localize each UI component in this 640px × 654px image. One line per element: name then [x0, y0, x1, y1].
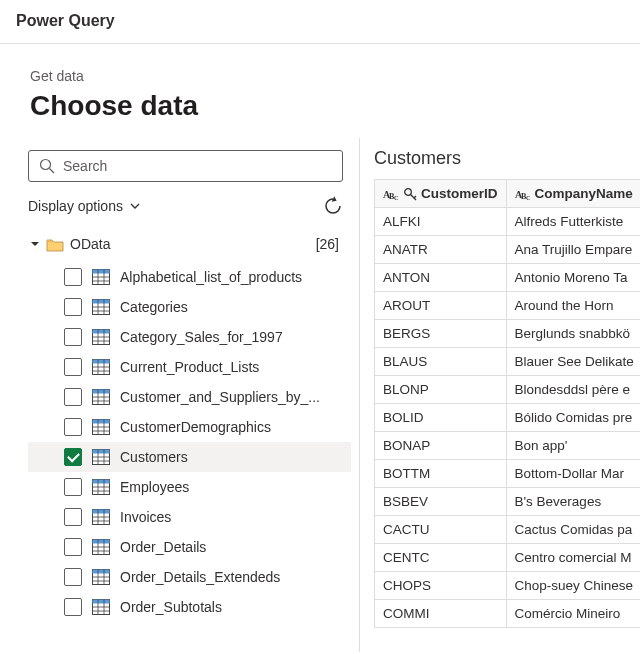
- table-row[interactable]: BOLIDBólido Comidas pre: [375, 404, 641, 432]
- checkbox[interactable]: [64, 328, 82, 346]
- cell-customerid: BERGS: [375, 320, 507, 348]
- table-row[interactable]: BOTTMBottom-Dollar Mar: [375, 460, 641, 488]
- cell-companyname: Comércio Mineiro: [506, 600, 640, 628]
- svg-rect-33: [93, 420, 110, 424]
- table-row[interactable]: ANATRAna Trujillo Empare: [375, 236, 641, 264]
- display-options-dropdown[interactable]: Display options: [28, 198, 141, 214]
- checkbox[interactable]: [64, 298, 82, 316]
- table-row[interactable]: ALFKIAlfreds Futterkiste: [375, 208, 641, 236]
- tree-item-label: Category_Sales_for_1997: [120, 329, 283, 345]
- table-row[interactable]: BSBEVB's Beverages: [375, 488, 641, 516]
- checkbox[interactable]: [64, 268, 82, 286]
- cell-companyname: Cactus Comidas pa: [506, 516, 640, 544]
- navigator-pane: Display options OData [26] Alphabe: [0, 138, 360, 652]
- checkbox[interactable]: [64, 478, 82, 496]
- checkbox[interactable]: [64, 508, 82, 526]
- cell-companyname: Ana Trujillo Empare: [506, 236, 640, 264]
- tree-item[interactable]: Customers: [28, 442, 351, 472]
- cell-companyname: Bon app': [506, 432, 640, 460]
- tree-item[interactable]: Order_Details_Extendeds: [28, 562, 351, 592]
- column-header-companyname[interactable]: ABC CompanyName: [506, 180, 640, 208]
- svg-rect-15: [93, 330, 110, 334]
- svg-rect-63: [93, 570, 110, 574]
- cell-customerid: ANTON: [375, 264, 507, 292]
- table-row[interactable]: CENTCCentro comercial M: [375, 544, 641, 572]
- table-icon: [92, 269, 110, 285]
- cell-customerid: CHOPS: [375, 572, 507, 600]
- tree-item-label: Customer_and_Suppliers_by_...: [120, 389, 320, 405]
- table-row[interactable]: BLONPBlondesddsl père e: [375, 376, 641, 404]
- tree-item[interactable]: CustomerDemographics: [28, 412, 351, 442]
- source-tree: OData [26] Alphabetical_list_of_products…: [28, 230, 351, 622]
- svg-rect-9: [93, 300, 110, 304]
- table-row[interactable]: COMMIComércio Mineiro: [375, 600, 641, 628]
- tree-item[interactable]: Customer_and_Suppliers_by_...: [28, 382, 351, 412]
- tree-item-label: CustomerDemographics: [120, 419, 271, 435]
- page-title: Choose data: [30, 90, 610, 122]
- svg-rect-21: [93, 360, 110, 364]
- preview-pane: Customers ABC CustomerID ABC: [360, 138, 640, 652]
- caret-down-icon: [30, 239, 40, 249]
- column-label: CompanyName: [535, 186, 633, 201]
- tree-item-label: Alphabetical_list_of_products: [120, 269, 302, 285]
- tree-item[interactable]: Category_Sales_for_1997: [28, 322, 351, 352]
- column-header-customerid[interactable]: ABC CustomerID: [375, 180, 507, 208]
- table-row[interactable]: CHOPSChop-suey Chinese: [375, 572, 641, 600]
- key-icon: [403, 187, 417, 201]
- cell-customerid: BONAP: [375, 432, 507, 460]
- subtitle: Get data: [30, 68, 610, 84]
- tree-item-label: Categories: [120, 299, 188, 315]
- table-icon: [92, 539, 110, 555]
- table-row[interactable]: AROUTAround the Horn: [375, 292, 641, 320]
- tree-root-odata[interactable]: OData [26]: [28, 230, 351, 258]
- tree-item[interactable]: Employees: [28, 472, 351, 502]
- checkbox[interactable]: [64, 598, 82, 616]
- svg-line-1: [50, 169, 55, 174]
- cell-companyname: Blondesddsl père e: [506, 376, 640, 404]
- table-row[interactable]: CACTUCactus Comidas pa: [375, 516, 641, 544]
- cell-companyname: Antonio Moreno Ta: [506, 264, 640, 292]
- tree-item[interactable]: Order_Subtotals: [28, 592, 351, 622]
- search-field[interactable]: [63, 158, 332, 174]
- table-row[interactable]: BLAUSBlauer See Delikate: [375, 348, 641, 376]
- cell-companyname: Berglunds snabbkö: [506, 320, 640, 348]
- header: Get data Choose data: [0, 44, 640, 138]
- tree-item[interactable]: Invoices: [28, 502, 351, 532]
- cell-customerid: ALFKI: [375, 208, 507, 236]
- svg-rect-57: [93, 540, 110, 544]
- refresh-button[interactable]: [323, 196, 343, 216]
- checkbox[interactable]: [64, 538, 82, 556]
- cell-companyname: B's Beverages: [506, 488, 640, 516]
- tree-item[interactable]: Categories: [28, 292, 351, 322]
- svg-rect-3: [93, 270, 110, 274]
- folder-icon: [46, 237, 64, 252]
- table-row[interactable]: BERGSBerglunds snabbkö: [375, 320, 641, 348]
- checkbox[interactable]: [64, 388, 82, 406]
- table-row[interactable]: ANTONAntonio Moreno Ta: [375, 264, 641, 292]
- cell-companyname: Bottom-Dollar Mar: [506, 460, 640, 488]
- checkbox[interactable]: [64, 358, 82, 376]
- search-input[interactable]: [28, 150, 343, 182]
- tree-item[interactable]: Order_Details: [28, 532, 351, 562]
- checkbox[interactable]: [64, 418, 82, 436]
- display-options-label: Display options: [28, 198, 123, 214]
- table-icon: [92, 359, 110, 375]
- tree-item[interactable]: Current_Product_Lists: [28, 352, 351, 382]
- svg-rect-27: [93, 390, 110, 394]
- svg-rect-51: [93, 510, 110, 514]
- column-label: CustomerID: [421, 186, 498, 201]
- table-icon: [92, 389, 110, 405]
- text-type-icon: ABC: [515, 187, 531, 201]
- checkbox[interactable]: [64, 448, 82, 466]
- tree-item-label: Order_Details_Extendeds: [120, 569, 280, 585]
- tree-item[interactable]: Alphabetical_list_of_products: [28, 262, 351, 292]
- tree-item-label: Customers: [120, 449, 188, 465]
- svg-rect-69: [93, 600, 110, 604]
- cell-customerid: BOTTM: [375, 460, 507, 488]
- svg-line-79: [414, 196, 416, 198]
- table-row[interactable]: BONAPBon app': [375, 432, 641, 460]
- tree-item-label: Order_Subtotals: [120, 599, 222, 615]
- search-icon: [39, 158, 55, 174]
- checkbox[interactable]: [64, 568, 82, 586]
- cell-companyname: Bólido Comidas pre: [506, 404, 640, 432]
